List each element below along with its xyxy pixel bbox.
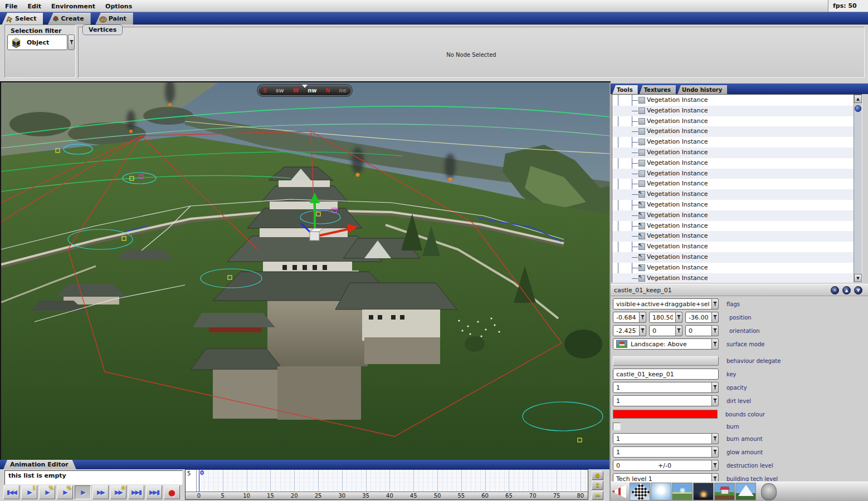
fast-forward-zero-button[interactable]: ▶▶0 — [110, 485, 126, 499]
menu-file[interactable]: File — [0, 1, 23, 12]
dropdown-button[interactable] — [711, 325, 719, 336]
tab-select[interactable]: Select — [2, 13, 43, 25]
tree-item-vegetation-instance[interactable]: ↖Vegetation Instance — [612, 200, 854, 210]
dropdown-button[interactable] — [639, 325, 646, 336]
tree-item-vegetation-instance[interactable]: ↖Vegetation Instance — [612, 242, 854, 252]
behaviour-delegate-button[interactable] — [613, 356, 719, 366]
dropdown-button[interactable] — [711, 298, 719, 310]
move-up-button[interactable]: ▲ — [842, 286, 851, 294]
tree-item-label: Vegetation Instance — [647, 138, 708, 145]
destruction-level-dropdown[interactable]: 0 +/-0 — [613, 460, 719, 471]
dropdown-button[interactable] — [711, 446, 719, 458]
pan-timeline-button[interactable]: ⊕ — [592, 471, 603, 480]
tree-item-vegetation-instance[interactable]: ↖Vegetation Instance — [612, 263, 854, 273]
move-down-button[interactable]: ▼ — [854, 286, 862, 294]
tree-item-vegetation-instance[interactable]: ↖Vegetation Instance — [612, 231, 854, 242]
field-horizon-thumb[interactable] — [672, 483, 693, 500]
flags-dropdown[interactable]: visible+active+draggable+selectable- — [613, 298, 719, 310]
skip-to-end-2-button[interactable]: ▶▶▮ — [146, 485, 162, 499]
face-mask-icon[interactable] — [761, 483, 777, 500]
selection-filter-combo[interactable]: Object — [7, 35, 67, 50]
orientation-x-field[interactable]: -2.4257 — [613, 325, 646, 336]
dropdown-button[interactable] — [711, 395, 719, 406]
tree-item-vegetation-instance[interactable]: Vegetation Instance — [612, 126, 854, 137]
record-button[interactable]: ● — [164, 485, 180, 499]
skip-to-end-button[interactable]: ▶▶▮ — [128, 485, 144, 499]
tree-item-vegetation-instance[interactable]: Vegetation Instance — [612, 137, 854, 148]
ruler-tick-65: 65 — [505, 493, 513, 499]
right-tab-bar: ToolsTexturesUndo history — [611, 84, 868, 94]
play-percent-button[interactable]: ▶% — [39, 485, 55, 499]
scroll-down-button[interactable]: ▼ — [854, 274, 862, 282]
tab-paint[interactable]: Paint — [95, 13, 133, 25]
tree-item-vegetation-instance[interactable]: Vegetation Instance — [612, 158, 854, 169]
glow-amount-dropdown[interactable]: 1 — [613, 446, 719, 458]
dropdown-button[interactable] — [675, 325, 682, 336]
mountain-forest-thumb[interactable] — [735, 483, 756, 500]
play-percent-2-button[interactable]: ▶% — [57, 485, 73, 499]
tree-item-vegetation-instance[interactable]: Vegetation Instance — [612, 116, 854, 127]
tree-item-vegetation-instance[interactable]: ↖Vegetation Instance — [612, 252, 854, 263]
dropdown-button[interactable] — [711, 312, 719, 323]
scroll-thumb[interactable] — [855, 105, 861, 112]
scroll-up-button[interactable]: ▲ — [854, 95, 862, 103]
selection-filter-dropdown-button[interactable] — [68, 35, 75, 50]
position-z-field[interactable]: -36.003 — [685, 312, 719, 323]
bounds-colour-swatch[interactable] — [613, 410, 718, 419]
zoom-vertical-button[interactable]: ↕ — [592, 481, 603, 490]
dropdown-button[interactable] — [711, 460, 719, 471]
tree-item-vegetation-instance[interactable]: ↖Vegetation Instance — [612, 273, 854, 283]
timeline-cursor[interactable] — [199, 470, 199, 492]
surface-mode-dropdown[interactable]: Landscape: Above — [613, 338, 719, 350]
tree-item-vegetation-instance[interactable]: Vegetation Instance — [612, 169, 854, 179]
dirt-level-dropdown[interactable]: 1 — [613, 395, 719, 406]
tree-item-vegetation-instance[interactable]: Vegetation Instance — [612, 179, 854, 189]
play-once-button[interactable]: ▶1 — [21, 485, 37, 499]
tree-item-vegetation-instance[interactable]: Vegetation Instance — [612, 148, 854, 158]
burn-amount-dropdown[interactable]: 1 — [613, 433, 719, 444]
house-terrain-thumb[interactable] — [714, 483, 735, 500]
viewport-3d[interactable]: SswWnwNne — [1, 82, 609, 460]
menu-environment[interactable]: Environment — [46, 1, 100, 12]
tree-scrollbar[interactable]: ▲ ▼ — [854, 95, 862, 282]
orientation-y-field[interactable]: 0 — [649, 325, 682, 336]
tree-item-vegetation-instance[interactable]: Vegetation Instance — [612, 106, 854, 116]
tree-item-vegetation-instance[interactable]: Vegetation Instance — [612, 95, 854, 106]
play-button[interactable]: ▶ — [75, 485, 91, 499]
opacity-dropdown[interactable]: 1 — [613, 382, 719, 393]
dropdown-button[interactable] — [675, 312, 682, 323]
menu-edit[interactable]: Edit — [23, 1, 46, 12]
timeline-ruler[interactable]: 05101520253035404550556065707580 — [186, 492, 588, 499]
position-y-field[interactable]: 180.505 — [649, 312, 682, 323]
animation-list[interactable]: this list is empty — [4, 470, 183, 485]
tab-animation-editor[interactable]: Animation Editor — [3, 460, 76, 469]
night-sky-thumb[interactable] — [693, 483, 714, 500]
dropdown-button[interactable] — [711, 433, 719, 444]
dropdown-button[interactable] — [711, 338, 719, 350]
sun-sky-thumb[interactable] — [651, 483, 671, 500]
zoom-horizontal-button[interactable]: ↔ — [592, 491, 603, 500]
compass-heading-bar[interactable]: SswWnwNne — [258, 85, 352, 96]
pointer-arrow-icon[interactable] — [612, 484, 626, 499]
fast-forward-button[interactable]: ▶▶ — [92, 485, 109, 499]
burn-checkbox[interactable] — [613, 423, 621, 430]
dropdown-button[interactable] — [711, 382, 719, 393]
viewport-scene[interactable] — [1, 82, 609, 460]
tree-item-vegetation-instance[interactable]: ↖Vegetation Instance — [612, 189, 854, 200]
close-node-button[interactable]: × — [831, 286, 839, 294]
skip-to-start-button[interactable]: ▮◀◀ — [3, 485, 19, 499]
menu-options[interactable]: Options — [100, 1, 137, 12]
tree-item-vegetation-instance[interactable]: ↖Vegetation Instance — [612, 210, 854, 221]
orientation-z-field[interactable]: 0 — [685, 325, 719, 336]
timeline-grid[interactable] — [197, 470, 588, 492]
vertices-tab[interactable]: Vertices — [83, 25, 122, 35]
dropdown-button[interactable] — [639, 312, 646, 323]
animation-timeline[interactable]: 5 0 05101520253035404550556065707580 — [185, 469, 588, 500]
position-z-value: -36.003 — [689, 314, 709, 321]
position-x-field[interactable]: -0.684 — [613, 312, 646, 323]
key-field[interactable]: castle_01_keep_01 — [613, 369, 719, 380]
bounds-colour-label: bounds colour — [725, 411, 765, 418]
tree-item-vegetation-instance[interactable]: ↖Vegetation Instance — [612, 221, 854, 232]
checker-sphere-thumb[interactable] — [630, 483, 650, 500]
tab-create[interactable]: Create — [48, 13, 91, 25]
